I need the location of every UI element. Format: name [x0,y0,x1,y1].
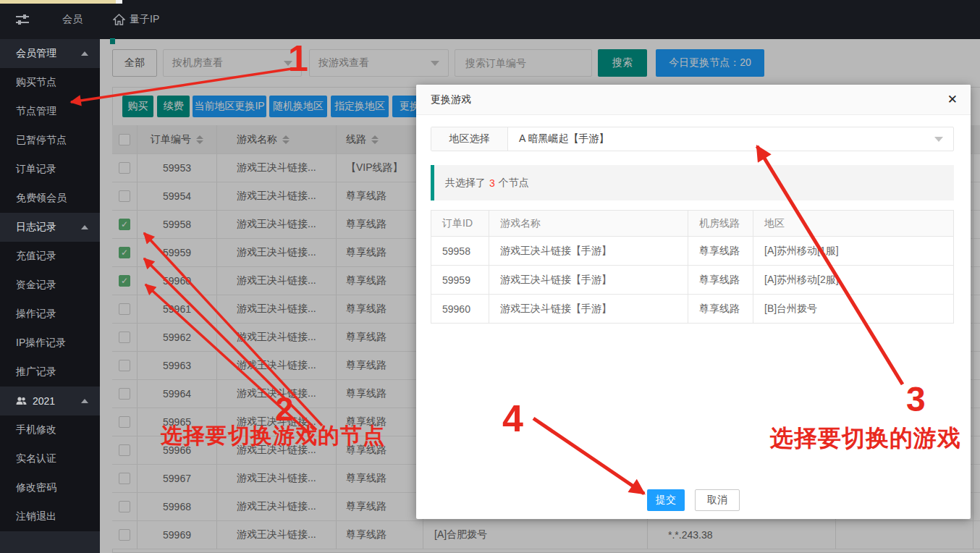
brand-label: 量子IP [130,13,159,26]
sidebar-item[interactable]: 推广记录 [0,358,100,387]
sidebar-item[interactable]: 已暂停节点 [0,126,100,155]
modal-cell-game: 游戏王决斗链接【手游】 [489,237,688,265]
modal-cell-region: [A]苏州移动[1服] [753,237,953,265]
modal-header-game: 游戏名称 [489,211,688,236]
sidebar-item-label: 2021 [33,395,55,407]
cancel-button[interactable]: 取消 [695,489,740,511]
sidebar-item[interactable]: 购买节点 [0,68,100,97]
sidebar-item-label: 手机修改 [16,423,56,436]
submit-button[interactable]: 提交 [647,489,685,511]
top-white-chip [116,0,122,4]
chevron-up-icon [81,225,88,229]
sidebar-item-label: 实名认证 [16,452,56,465]
selection-alert: 共选择了 3 个节点 [431,165,954,200]
modal-table-row: 59959 游戏王决斗链接【手游】 尊享线路 [A]苏州移动[2服] [431,266,953,295]
sidebar-item-label: IP操作记录 [16,337,66,350]
menu-toggle-icon[interactable] [16,14,29,25]
modal-cell-room: 尊享线路 [688,237,753,265]
sidebar-item-label: 资金记录 [16,279,56,292]
sidebar-item[interactable]: 免费领会员 [0,184,100,213]
modal-cell-room: 尊享线路 [688,266,753,294]
modal-header: 更换游戏 ✕ [416,85,971,115]
modal-cell-game: 游戏王决斗链接【手游】 [489,295,688,323]
sidebar-item-label: 已暂停节点 [16,134,67,147]
modal-cell-game: 游戏王决斗链接【手游】 [489,266,688,294]
sidebar-item-label: 订单记录 [16,163,56,176]
modal-cell-region: [A]苏州移动[2服] [753,266,953,294]
modal-cell-order: 59958 [431,237,489,265]
users-icon [16,397,27,405]
region-select-value: A 暗黑崛起【手游】 [519,132,609,145]
sidebar: 会员管理 购买节点 节点管理 [0,39,100,553]
modal-header-region: 地区 [753,211,953,236]
sidebar-item[interactable]: 操作记录 [0,300,100,329]
sidebar-item-label: 会员管理 [16,47,56,60]
topbar: 会员 量子IP [0,0,980,39]
close-icon[interactable]: ✕ [947,92,958,107]
modal-footer: 提交 取消 [416,489,971,511]
sidebar-item[interactable]: 会员管理 [0,39,100,68]
modal-cell-room: 尊享线路 [688,295,753,323]
sidebar-item-label: 修改密码 [16,481,56,494]
sidebar-item[interactable]: 2021 [0,387,100,415]
home-icon [113,14,125,25]
sidebar-item-label: 日志记录 [16,221,56,234]
chevron-down-icon [934,137,943,142]
sidebar-filler [0,531,100,553]
top-tan-strip [0,0,116,4]
modal-header-order: 订单ID [431,211,489,236]
modal-cell-order: 59960 [431,295,489,323]
nav-member[interactable]: 会员 [62,13,83,26]
sidebar-item-label: 节点管理 [16,105,56,118]
chevron-up-icon [81,51,88,56]
sidebar-item[interactable]: 注销退出 [0,502,100,531]
sidebar-item[interactable]: 充值记录 [0,242,100,271]
sidebar-item[interactable]: 修改密码 [0,473,100,502]
sidebar-item[interactable]: 订单记录 [0,155,100,184]
sidebar-item[interactable]: 资金记录 [0,271,100,300]
sidebar-item-label: 推广记录 [16,366,56,379]
change-game-modal: 更换游戏 ✕ 地区选择 A 暗黑崛起【手游】 共选择了 3 个节点 订单ID 游… [416,85,971,519]
sidebar-item[interactable]: IP操作记录 [0,329,100,358]
sidebar-item[interactable]: 节点管理 [0,97,100,126]
modal-cell-region: [B]台州拨号 [753,295,953,323]
sidebar-item-label: 购买节点 [16,76,56,89]
sidebar-item[interactable]: 手机修改 [0,415,100,444]
modal-table-row: 59958 游戏王决斗链接【手游】 尊享线路 [A]苏州移动[1服] [431,237,953,266]
alert-prefix: 共选择了 [445,177,486,190]
selected-count: 3 [489,177,495,189]
chevron-up-icon [81,399,88,403]
modal-cell-order: 59959 [431,266,489,294]
sidebar-item-label: 充值记录 [16,250,56,263]
sidebar-item[interactable]: 实名认证 [0,444,100,473]
game-region-select[interactable]: 地区选择 A 暗黑崛起【手游】 [431,127,954,151]
nav-home[interactable]: 量子IP [113,13,159,26]
modal-title: 更换游戏 [431,93,471,106]
sidebar-item[interactable]: 日志记录 [0,213,100,242]
modal-table-row: 59960 游戏王决斗链接【手游】 尊享线路 [B]台州拨号 [431,295,953,323]
modal-header-room: 机房线路 [688,211,753,236]
sidebar-item-label: 免费领会员 [16,192,67,205]
region-select-label: 地区选择 [431,127,508,151]
sidebar-item-label: 操作记录 [16,308,56,321]
sidebar-item-label: 注销退出 [16,510,56,523]
selected-nodes-table: 订单ID 游戏名称 机房线路 地区 59958 游戏王决斗链接【手游】 尊享线路… [431,210,954,324]
modal-table-header: 订单ID 游戏名称 机房线路 地区 [431,211,953,237]
alert-suffix: 个节点 [499,177,529,190]
